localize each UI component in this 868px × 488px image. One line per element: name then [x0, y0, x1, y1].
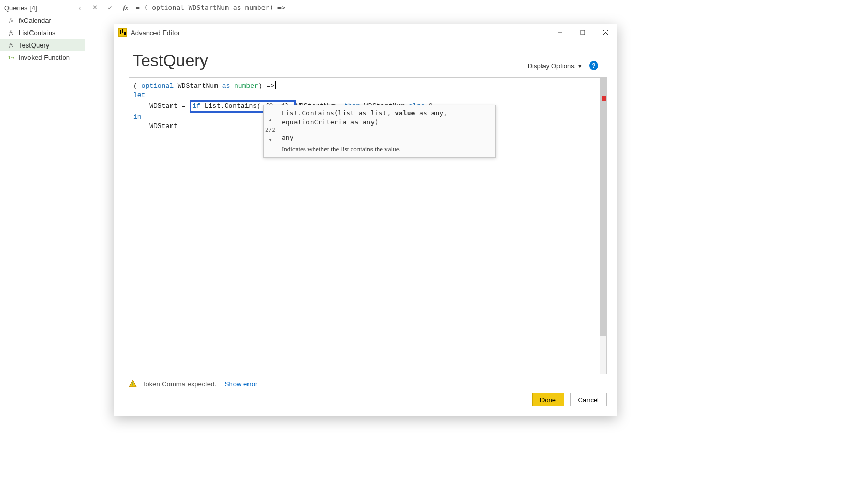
svg-point-6	[132, 385, 133, 386]
sidebar-header: Queries [4] ‹	[0, 2, 85, 14]
cancel-button[interactable]: Cancel	[570, 393, 607, 406]
dialog-footer: Done Cancel	[114, 393, 617, 416]
collapse-sidebar-icon[interactable]: ‹	[79, 4, 81, 12]
function-icon: fx	[7, 16, 16, 24]
sidebar-item-invoked-function[interactable]: 1²₃ Invoked Function	[0, 51, 85, 64]
status-bar: Token Comma expected. Show error	[114, 374, 617, 393]
warning-icon	[129, 380, 137, 388]
sidebar-item-label: Invoked Function	[19, 54, 70, 61]
tooltip-pager: ▴ 2/2 ▾	[264, 105, 276, 157]
done-button[interactable]: Done	[532, 393, 564, 406]
tooltip-signature: List.Contains(list as list, value as any…	[282, 108, 490, 127]
dialog-header: TestQuery Display Options ▾ ?	[114, 41, 617, 70]
tooltip-page-indicator: 2/2	[265, 125, 275, 135]
status-message: Token Comma expected.	[142, 380, 216, 388]
query-name-title: TestQuery	[133, 51, 208, 70]
maximize-button[interactable]	[571, 24, 594, 41]
svg-rect-1	[581, 30, 585, 35]
advanced-editor-dialog: Advanced Editor TestQuery Display Option…	[114, 24, 617, 416]
powerbi-icon	[118, 28, 127, 37]
tooltip-return-type: any	[282, 133, 490, 143]
cancel-formula-icon[interactable]: ✕	[89, 3, 100, 13]
number-icon: 1²₃	[7, 53, 16, 61]
sidebar-item-fxcalendar[interactable]: fx fxCalendar	[0, 14, 85, 26]
sidebar-item-listcontains[interactable]: fx ListContains	[0, 26, 85, 39]
tooltip-prev-icon[interactable]: ▴	[269, 115, 272, 124]
sidebar-item-testquery[interactable]: fx TestQuery	[0, 39, 85, 51]
formula-bar: ✕ ✓ fx = ( optional WDStartNum as number…	[85, 0, 868, 15]
sidebar-item-label: fxCalendar	[19, 17, 51, 24]
formula-text[interactable]: = ( optional WDStartNum as number) =>	[136, 4, 286, 11]
code-editor-container: ( optional WDStartNum as number) => let …	[129, 77, 607, 374]
intellisense-tooltip: ▴ 2/2 ▾ List.Contains(list as list, valu…	[264, 105, 496, 158]
text-caret	[275, 81, 276, 89]
sidebar-item-label: ListContains	[19, 29, 56, 37]
function-icon: fx	[7, 28, 16, 37]
queries-sidebar: Queries [4] ‹ fx fxCalendar fx ListConta…	[0, 0, 85, 488]
dialog-titlebar: Advanced Editor	[114, 24, 617, 41]
fx-icon[interactable]: fx	[120, 3, 131, 13]
commit-formula-icon[interactable]: ✓	[105, 3, 115, 13]
minimize-button[interactable]	[549, 24, 571, 41]
tooltip-description: Indicates whether the list contains the …	[282, 145, 490, 154]
tooltip-next-icon[interactable]: ▾	[269, 136, 272, 145]
chevron-down-icon: ▾	[576, 62, 582, 70]
function-icon: fx	[7, 41, 16, 49]
show-error-link[interactable]: Show error	[225, 380, 258, 388]
sidebar-title: Queries [4]	[4, 4, 37, 12]
close-button[interactable]	[594, 24, 617, 41]
dialog-title: Advanced Editor	[131, 29, 180, 37]
sidebar-item-label: TestQuery	[19, 41, 49, 49]
help-icon[interactable]: ?	[589, 61, 598, 70]
display-options-dropdown[interactable]: Display Options ▾	[528, 62, 582, 70]
